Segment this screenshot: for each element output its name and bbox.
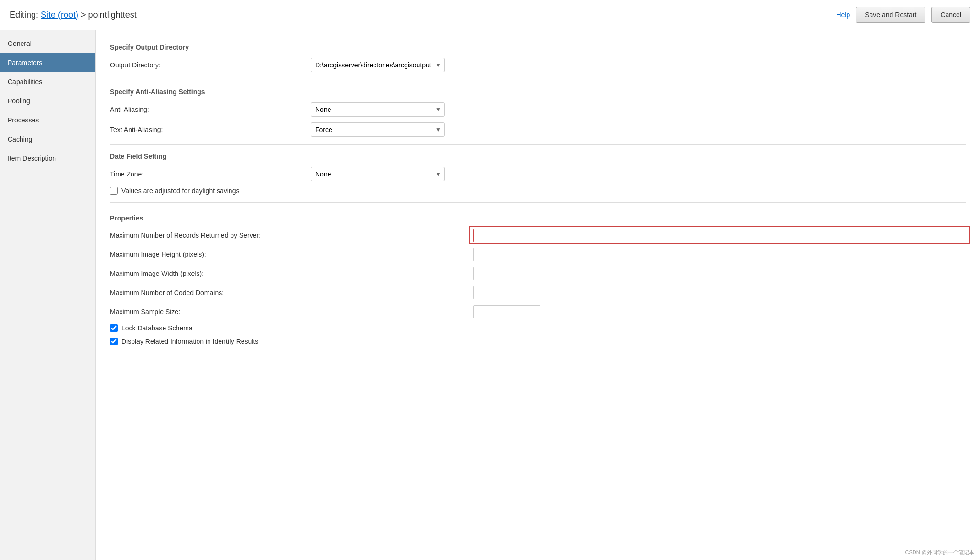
text-anti-aliasing-select[interactable]: None Force Normal AntiAlias — [311, 122, 445, 137]
properties-section: Properties Maximum Number of Records Ret… — [110, 210, 966, 351]
max-coded-domains-label: Maximum Number of Coded Domains: — [110, 289, 473, 296]
sidebar-item-parameters[interactable]: Parameters — [0, 53, 95, 72]
max-sample-size-label: Maximum Sample Size: — [110, 308, 473, 316]
header-actions: Help Save and Restart Cancel — [836, 7, 970, 23]
text-anti-aliasing-select-wrapper: None Force Normal AntiAlias ▼ — [311, 122, 445, 137]
date-field-section-title: Date Field Setting — [110, 153, 966, 160]
anti-aliasing-section-title: Specify Anti-Aliasing Settings — [110, 88, 966, 96]
sidebar-item-processes[interactable]: Processes — [0, 110, 95, 130]
display-related-checkbox[interactable] — [110, 338, 118, 345]
sidebar-item-caching[interactable]: Caching — [0, 130, 95, 149]
main-layout: General Parameters Capabilities Pooling … — [0, 30, 980, 560]
text-anti-aliasing-label: Text Anti-Aliasing: — [110, 126, 311, 133]
text-anti-aliasing-control: None Force Normal AntiAlias ▼ — [311, 122, 579, 137]
content-area: Specify Output Directory Output Director… — [96, 30, 980, 560]
site-root-link[interactable]: Site (root) — [41, 10, 78, 20]
max-records-input[interactable]: 20 — [473, 229, 540, 242]
output-directory-label: Output Directory: — [110, 61, 311, 69]
max-image-height-label: Maximum Image Height (pixels): — [110, 251, 473, 258]
output-directory-row: Output Directory: D:\arcgisserver\direct… — [110, 58, 966, 72]
timezone-control: None ▼ — [311, 167, 579, 181]
properties-section-title: Properties — [110, 214, 966, 222]
max-image-width-row: Maximum Image Width (pixels): 4096 — [110, 267, 966, 280]
breadcrumb-path: > pointlighttest — [78, 10, 137, 20]
anti-aliasing-row: Anti-Aliasing: None Fastest Fast Normal … — [110, 102, 966, 117]
lock-db-schema-checkbox[interactable] — [110, 324, 118, 332]
output-directory-select-wrapper: D:\arcgisserver\directories\arcgisoutput… — [311, 58, 445, 72]
divider-2 — [110, 144, 966, 145]
output-directory-control: D:\arcgisserver\directories\arcgisoutput… — [311, 58, 579, 72]
timezone-select[interactable]: None — [311, 167, 445, 181]
anti-aliasing-control: None Fastest Fast Normal Best ▼ — [311, 102, 579, 117]
header: Editing: Site (root) > pointlighttest He… — [0, 0, 980, 30]
max-sample-size-row: Maximum Sample Size: 100000 — [110, 305, 966, 318]
sidebar-item-capabilities[interactable]: Capabilities — [0, 72, 95, 91]
max-coded-domains-row: Maximum Number of Coded Domains: 25000 — [110, 286, 966, 299]
daylight-savings-row: Values are adjusted for daylight savings — [110, 187, 966, 195]
display-related-row: Display Related Information in Identify … — [110, 338, 966, 345]
timezone-label: Time Zone: — [110, 170, 311, 178]
output-directory-section-title: Specify Output Directory — [110, 44, 966, 51]
sidebar-item-pooling[interactable]: Pooling — [0, 91, 95, 110]
daylight-savings-checkbox[interactable] — [110, 187, 118, 195]
anti-aliasing-select-wrapper: None Fastest Fast Normal Best ▼ — [311, 102, 445, 117]
max-image-height-input[interactable]: 4096 — [473, 248, 540, 261]
text-anti-aliasing-row: Text Anti-Aliasing: None Force Normal An… — [110, 122, 966, 137]
anti-aliasing-label: Anti-Aliasing: — [110, 106, 311, 113]
editing-label: Editing: — [10, 10, 38, 20]
sidebar-item-general[interactable]: General — [0, 34, 95, 53]
help-link[interactable]: Help — [836, 11, 850, 19]
timezone-row: Time Zone: None ▼ — [110, 167, 966, 181]
sidebar-item-item-description[interactable]: Item Description — [0, 149, 95, 168]
lock-db-schema-row: Lock Database Schema — [110, 324, 966, 332]
max-image-width-input[interactable]: 4096 — [473, 267, 540, 280]
divider-3 — [110, 202, 966, 203]
divider-1 — [110, 80, 966, 80]
max-coded-domains-input[interactable]: 25000 — [473, 286, 540, 299]
output-directory-select[interactable]: D:\arcgisserver\directories\arcgisoutput — [311, 58, 445, 72]
daylight-savings-label: Values are adjusted for daylight savings — [121, 187, 239, 195]
max-image-height-row: Maximum Image Height (pixels): 4096 — [110, 248, 966, 261]
lock-db-schema-label: Lock Database Schema — [121, 324, 193, 332]
timezone-select-wrapper: None ▼ — [311, 167, 445, 181]
save-restart-button[interactable]: Save and Restart — [856, 7, 925, 23]
max-image-width-label: Maximum Image Width (pixels): — [110, 270, 473, 277]
sidebar: General Parameters Capabilities Pooling … — [0, 30, 96, 560]
anti-aliasing-select[interactable]: None Fastest Fast Normal Best — [311, 102, 445, 117]
max-records-row: Maximum Number of Records Returned by Se… — [110, 229, 966, 242]
watermark: CSDN @外同学的一个笔记本 — [905, 549, 974, 556]
display-related-label: Display Related Information in Identify … — [121, 338, 258, 345]
breadcrumb: Editing: Site (root) > pointlighttest — [10, 10, 137, 20]
cancel-button[interactable]: Cancel — [931, 7, 970, 23]
max-sample-size-input[interactable]: 100000 — [473, 305, 540, 318]
max-records-label: Maximum Number of Records Returned by Se… — [110, 231, 473, 239]
properties-rows-container: Maximum Number of Records Returned by Se… — [110, 229, 966, 242]
